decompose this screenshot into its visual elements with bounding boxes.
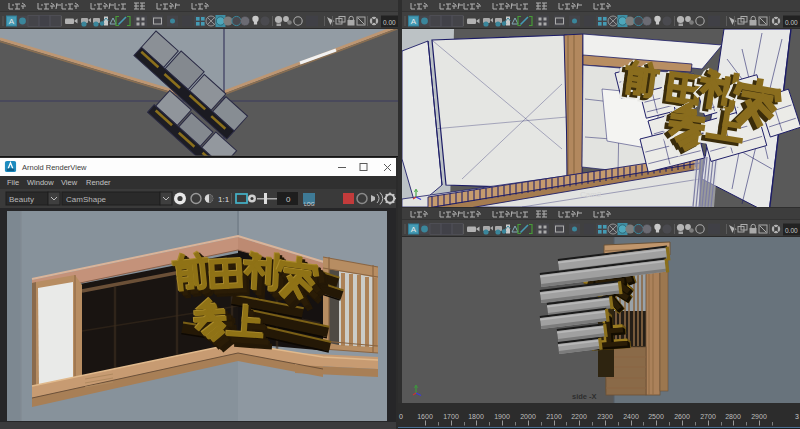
svg-text:0.00: 0.00 xyxy=(785,19,798,26)
svg-text:Beauty: Beauty xyxy=(9,195,34,204)
svg-text:2300: 2300 xyxy=(597,413,613,420)
svg-text:2400: 2400 xyxy=(623,413,639,420)
svg-text:Cam2: Cam2 xyxy=(580,190,602,199)
svg-text:1800: 1800 xyxy=(468,413,484,420)
svg-text:2500: 2500 xyxy=(648,413,664,420)
svg-text:0.00: 0.00 xyxy=(383,19,396,26)
svg-text:1:1: 1:1 xyxy=(218,195,230,204)
svg-text:0.00: 0.00 xyxy=(785,227,798,234)
svg-text:2700: 2700 xyxy=(700,413,716,420)
svg-text:0: 0 xyxy=(286,195,291,204)
svg-text:side -X: side -X xyxy=(572,392,597,401)
svg-text:LOG: LOG xyxy=(304,201,315,207)
svg-text:0: 0 xyxy=(399,413,403,420)
svg-text:2800: 2800 xyxy=(725,413,741,420)
svg-text:CamShape: CamShape xyxy=(66,195,107,204)
svg-text:3: 3 xyxy=(795,413,799,420)
svg-text:2000: 2000 xyxy=(520,413,536,420)
svg-text:1700: 1700 xyxy=(443,413,459,420)
svg-text:1600: 1600 xyxy=(417,413,433,420)
svg-text:A: A xyxy=(9,17,15,26)
svg-text:1900: 1900 xyxy=(494,413,510,420)
svg-text:A: A xyxy=(411,225,417,234)
svg-text:A: A xyxy=(411,17,417,26)
svg-text:2900: 2900 xyxy=(751,413,767,420)
svg-text:2600: 2600 xyxy=(674,413,690,420)
svg-text:2100: 2100 xyxy=(546,413,562,420)
svg-text:2200: 2200 xyxy=(571,413,587,420)
